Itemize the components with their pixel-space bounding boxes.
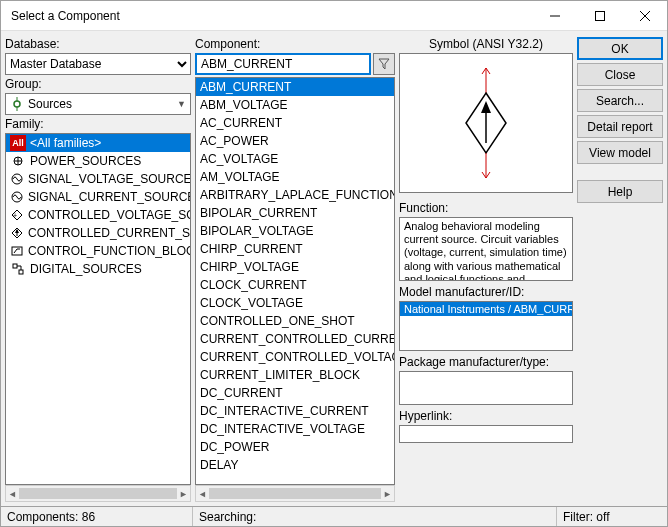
svg-rect-1 — [595, 11, 604, 20]
left-column: Database: Master Database Group: Sources… — [5, 35, 191, 502]
component-hscrollbar[interactable]: ◄► — [195, 485, 395, 502]
component-item[interactable]: CHIRP_CURRENT — [196, 240, 394, 258]
family-item-label: SIGNAL_VOLTAGE_SOURCES — [28, 171, 191, 187]
group-selected-text: Sources — [28, 97, 173, 111]
component-item[interactable]: DC_POWER — [196, 438, 394, 456]
button-column: OK Close Search... Detail report View mo… — [577, 35, 663, 502]
minimize-button[interactable] — [532, 1, 577, 30]
scs-icon — [10, 190, 24, 204]
package-mfr-listbox[interactable] — [399, 371, 573, 405]
component-item[interactable]: DC_INTERACTIVE_CURRENT — [196, 402, 394, 420]
component-item[interactable]: CONTROLLED_ONE_SHOT — [196, 312, 394, 330]
family-item-label: <All families> — [30, 135, 101, 151]
component-search-input[interactable] — [195, 53, 371, 75]
family-item[interactable]: CONTROL_FUNCTION_BLOCKS — [6, 242, 190, 260]
component-item[interactable]: CHIRP_VOLTAGE — [196, 258, 394, 276]
dig-icon — [10, 262, 26, 276]
symbol-label: Symbol (ANSI Y32.2) — [399, 37, 573, 51]
ok-button[interactable]: OK — [577, 37, 663, 60]
symbol-preview — [399, 53, 573, 193]
family-item-label: CONTROLLED_VOLTAGE_SOURCES — [28, 207, 191, 223]
model-mfr-label: Model manufacturer/ID: — [399, 285, 573, 299]
component-item[interactable]: CLOCK_VOLTAGE — [196, 294, 394, 312]
right-column: Symbol (ANSI Y32.2) Function: Analog beh… — [399, 35, 663, 502]
hyperlink-field[interactable] — [399, 425, 573, 443]
status-bar: Components: 86 Searching: Filter: off — [1, 506, 667, 526]
family-item-label: CONTROLLED_CURRENT_SOURCES — [28, 225, 191, 241]
family-item[interactable]: SIGNAL_VOLTAGE_SOURCES — [6, 170, 190, 188]
component-item[interactable]: DC_INTERACTIVE_VOLTAGE — [196, 420, 394, 438]
close-window-button[interactable] — [622, 1, 667, 30]
window-controls — [532, 1, 667, 30]
database-select[interactable]: Master Database — [5, 53, 191, 75]
svg-line-18 — [14, 249, 17, 253]
status-filter: Filter: off — [557, 507, 667, 526]
svg-rect-17 — [12, 247, 22, 255]
component-item[interactable]: CURRENT_LIMITER_BLOCK — [196, 366, 394, 384]
family-item[interactable]: CONTROLLED_CURRENT_SOURCES — [6, 224, 190, 242]
family-item[interactable]: +CONTROLLED_VOLTAGE_SOURCES — [6, 206, 190, 224]
component-item[interactable]: BIPOLAR_VOLTAGE — [196, 222, 394, 240]
svg-rect-20 — [13, 264, 17, 268]
model-mfr-listbox[interactable]: National Instruments / ABM_CURRENT — [399, 301, 573, 351]
svs-icon — [10, 172, 24, 186]
group-label: Group: — [5, 77, 191, 91]
power-icon — [10, 154, 26, 168]
sources-icon — [10, 97, 24, 111]
svg-marker-30 — [481, 101, 491, 113]
family-hscrollbar[interactable]: ◄► — [5, 485, 191, 502]
family-item[interactable]: All<All families> — [6, 134, 190, 152]
svg-marker-24 — [379, 59, 389, 69]
titlebar: Select a Component — [1, 1, 667, 31]
family-listbox[interactable]: All<All families>POWER_SOURCESSIGNAL_VOL… — [5, 133, 191, 485]
search-button[interactable]: Search... — [577, 89, 663, 112]
detail-report-button[interactable]: Detail report — [577, 115, 663, 138]
help-button[interactable]: Help — [577, 180, 663, 203]
family-item[interactable]: DIGITAL_SOURCES — [6, 260, 190, 278]
family-item-label: DIGITAL_SOURCES — [30, 261, 142, 277]
component-item[interactable]: AM_VOLTAGE — [196, 168, 394, 186]
model-mfr-item[interactable]: National Instruments / ABM_CURRENT — [400, 302, 572, 316]
status-component-count: Components: 86 — [1, 507, 193, 526]
window-title: Select a Component — [1, 9, 120, 23]
family-item[interactable]: POWER_SOURCES — [6, 152, 190, 170]
svg-line-33 — [486, 172, 490, 178]
filter-button[interactable] — [373, 53, 395, 75]
component-item[interactable]: ABM_CURRENT — [196, 78, 394, 96]
component-item[interactable]: ABM_VOLTAGE — [196, 96, 394, 114]
svg-rect-21 — [19, 270, 23, 274]
component-item[interactable]: ARBITRARY_LAPLACE_FUNCTION — [196, 186, 394, 204]
component-item[interactable]: AC_CURRENT — [196, 114, 394, 132]
function-label: Function: — [399, 201, 573, 215]
group-select[interactable]: Sources ▼ — [5, 93, 191, 115]
component-item[interactable]: AC_VOLTAGE — [196, 150, 394, 168]
cvs-icon: + — [10, 208, 24, 222]
function-description[interactable]: Analog behavioral modeling current sourc… — [399, 217, 573, 281]
family-item-label: CONTROL_FUNCTION_BLOCKS — [28, 243, 191, 259]
status-searching: Searching: — [193, 507, 557, 526]
dialog-body: Database: Master Database Group: Sources… — [1, 31, 667, 506]
package-mfr-label: Package manufacturer/type: — [399, 355, 573, 369]
component-item[interactable]: CURRENT_CONTROLLED_VOLTAGE_SOURCE — [196, 348, 394, 366]
component-label: Component: — [195, 37, 395, 51]
hyperlink-label: Hyperlink: — [399, 409, 573, 423]
family-item[interactable]: SIGNAL_CURRENT_SOURCES — [6, 188, 190, 206]
database-label: Database: — [5, 37, 191, 51]
funnel-icon — [378, 58, 390, 70]
svg-line-26 — [482, 68, 486, 74]
middle-column: Component: ABM_CURRENTABM_VOLTAGEAC_CURR… — [195, 35, 395, 502]
select-component-dialog: Select a Component Database: Master Data… — [0, 0, 668, 527]
component-item[interactable]: AC_POWER — [196, 132, 394, 150]
component-item[interactable]: DC_CURRENT — [196, 384, 394, 402]
component-item[interactable]: BIPOLAR_CURRENT — [196, 204, 394, 222]
info-column: Symbol (ANSI Y32.2) Function: Analog beh… — [399, 35, 573, 502]
view-model-button[interactable]: View model — [577, 141, 663, 164]
component-item[interactable]: DELAY — [196, 456, 394, 474]
svg-point-4 — [14, 101, 20, 107]
maximize-button[interactable] — [577, 1, 622, 30]
component-item[interactable]: CURRENT_CONTROLLED_CURRENT_SOURCE — [196, 330, 394, 348]
component-item[interactable]: CLOCK_CURRENT — [196, 276, 394, 294]
svg-line-27 — [486, 68, 490, 74]
component-listbox[interactable]: ABM_CURRENTABM_VOLTAGEAC_CURRENTAC_POWER… — [195, 77, 395, 485]
close-button[interactable]: Close — [577, 63, 663, 86]
